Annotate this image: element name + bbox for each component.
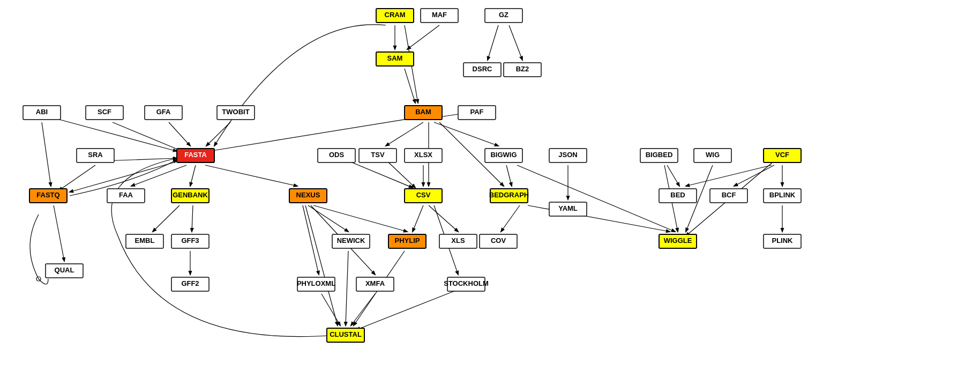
node-cov: COV — [480, 234, 517, 248]
node-label-bcf: BCF — [722, 191, 736, 199]
node-label-bigbed: BIGBED — [646, 151, 673, 159]
node-bplink: BPLINK — [764, 189, 801, 203]
node-yaml: YAML — [549, 202, 587, 216]
node-cram: CRAM — [376, 9, 414, 23]
node-label-gfa: GFA — [156, 108, 171, 116]
node-stockholm: STOCKHOLM — [444, 277, 489, 291]
node-faa: FAA — [107, 189, 145, 203]
node-label-gz: GZ — [499, 11, 508, 19]
node-wiggle: WIGGLE — [659, 234, 697, 248]
node-vcf: VCF — [764, 149, 801, 162]
node-gz: GZ — [485, 9, 522, 23]
node-fasta: FASTA — [177, 149, 214, 162]
node-label-dsrc: DSRC — [473, 65, 492, 73]
node-label-wig: WIG — [706, 151, 720, 159]
node-bedgraph: BEDGRAPH — [489, 189, 529, 203]
node-plink: PLINK — [764, 234, 801, 248]
node-label-maf: MAF — [432, 11, 447, 19]
node-maf: MAF — [421, 9, 458, 23]
node-label-phylip: PHYLIP — [395, 236, 420, 245]
node-label-qual: QUAL — [55, 266, 74, 274]
node-xmfa: XMFA — [356, 277, 394, 291]
node-embl: EMBL — [126, 234, 163, 248]
node-wig: WIG — [694, 149, 731, 162]
node-bam: BAM — [405, 106, 442, 120]
node-label-sra: SRA — [88, 151, 103, 159]
node-scf: SCF — [86, 106, 123, 120]
graph-canvas: CRAMMAFGZSAMDSRCBZ2ABISCFGFATWOBITBAMPAF… — [0, 0, 980, 392]
node-bigwig: BIGWIG — [485, 149, 522, 162]
node-label-tsv: TSV — [371, 151, 385, 159]
node-csv: CSV — [405, 189, 442, 203]
node-label-clustal: CLUSTAL — [330, 330, 362, 338]
node-qual: QUAL — [46, 264, 83, 278]
node-label-fasta: FASTA — [184, 151, 207, 159]
node-label-csv: CSV — [416, 191, 431, 199]
node-sam: SAM — [376, 52, 414, 66]
node-clustal: CLUSTAL — [327, 328, 364, 342]
node-xlsx: XLSX — [405, 149, 442, 162]
node-label-xmfa: XMFA — [365, 279, 385, 287]
node-label-ods: ODS — [329, 151, 345, 159]
node-label-genbank: GENBANK — [173, 191, 208, 199]
node-tsv: TSV — [359, 149, 397, 162]
node-label-bplink: BPLINK — [769, 191, 796, 199]
node-bz2: BZ2 — [504, 63, 541, 77]
node-label-bed: BED — [670, 191, 685, 199]
node-phyloxml: PHYLOXML — [297, 277, 335, 291]
node-label-sam: SAM — [387, 54, 403, 62]
node-bed: BED — [659, 189, 697, 203]
node-label-yaml: YAML — [558, 204, 578, 212]
node-label-plink: PLINK — [772, 236, 794, 245]
node-abi: ABI — [23, 106, 61, 120]
node-label-paf: PAF — [470, 108, 483, 116]
node-gff3: GFF3 — [171, 234, 209, 248]
node-label-cov: COV — [491, 236, 506, 245]
graph-edges — [30, 25, 782, 337]
node-label-abi: ABI — [36, 108, 48, 116]
node-label-bigwig: BIGWIG — [490, 151, 517, 159]
node-label-gff2: GFF2 — [181, 279, 199, 287]
node-newick: NEWICK — [332, 234, 370, 248]
node-phylip: PHYLIP — [388, 234, 426, 248]
node-label-scf: SCF — [98, 108, 111, 116]
node-twobit: TWOBIT — [217, 106, 255, 120]
node-label-faa: FAA — [119, 191, 133, 199]
node-label-phyloxml: PHYLOXML — [297, 279, 335, 287]
node-label-stockholm: STOCKHOLM — [444, 279, 489, 287]
node-json: JSON — [549, 149, 587, 162]
node-nexus: NEXUS — [289, 189, 327, 203]
node-label-xlsx: XLSX — [414, 151, 432, 159]
node-label-bz2: BZ2 — [516, 65, 529, 73]
node-dsrc: DSRC — [463, 63, 501, 77]
node-label-embl: EMBL — [135, 236, 155, 245]
node-label-json: JSON — [558, 151, 577, 159]
node-ods: ODS — [318, 149, 355, 162]
node-bcf: BCF — [710, 189, 747, 203]
node-label-bedgraph: BEDGRAPH — [489, 191, 529, 199]
node-label-twobit: TWOBIT — [222, 108, 249, 116]
node-label-gff3: GFF3 — [181, 236, 199, 245]
node-label-fastq: FASTQ — [36, 191, 59, 199]
node-fastq: FASTQ — [29, 189, 67, 203]
node-label-wiggle: WIGGLE — [664, 236, 692, 245]
node-paf: PAF — [458, 106, 496, 120]
graph-nodes: CRAMMAFGZSAMDSRCBZ2ABISCFGFATWOBITBAMPAF… — [23, 9, 801, 342]
node-sra: SRA — [77, 149, 114, 162]
node-label-cram: CRAM — [385, 11, 406, 19]
node-label-xls: XLS — [451, 236, 465, 245]
node-bigbed: BIGBED — [640, 149, 678, 162]
node-label-nexus: NEXUS — [296, 191, 320, 199]
node-label-newick: NEWICK — [337, 236, 365, 245]
node-label-vcf: VCF — [775, 151, 789, 159]
node-gfa: GFA — [145, 106, 182, 120]
node-xls: XLS — [439, 234, 477, 248]
node-genbank: GENBANK — [171, 189, 209, 203]
node-label-bam: BAM — [415, 108, 431, 116]
node-gff2: GFF2 — [171, 277, 209, 291]
